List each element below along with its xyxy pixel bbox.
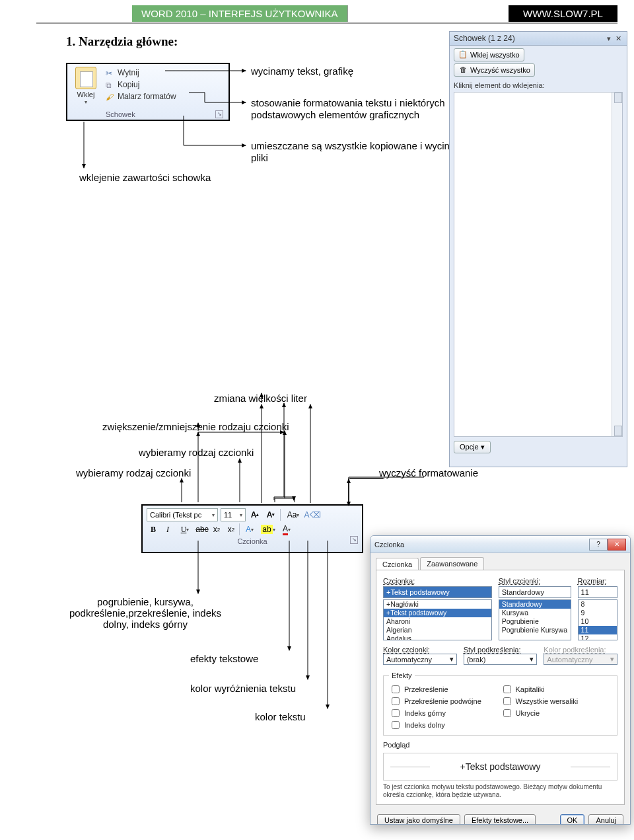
callout-format-painter-1: stosowanie formatowania tekstu i niektór… bbox=[251, 97, 444, 108]
font-name-combo[interactable]: Calibri (Tekst pc▾ bbox=[147, 508, 218, 521]
font-dialog-title: Czcionka bbox=[374, 541, 404, 549]
bold-button[interactable]: B bbox=[147, 523, 160, 536]
font-input[interactable]: +Tekst podstawowy bbox=[383, 586, 492, 598]
style-input[interactable]: Standardowy bbox=[499, 586, 571, 598]
list-item[interactable]: Standardowy bbox=[499, 600, 571, 609]
shrink-font-button[interactable]: A▾ bbox=[264, 508, 277, 521]
paste-dropdown-icon[interactable]: ▾ bbox=[70, 99, 102, 105]
font-color-dropdown[interactable]: Automatyczny▾ bbox=[383, 654, 457, 665]
preview-box: +Tekst podstawowy bbox=[383, 753, 617, 781]
clipboard-pane-title: Schowek (1 z 24) bbox=[454, 34, 515, 43]
list-item[interactable]: 8 bbox=[579, 600, 617, 609]
header-title: WORD 2010 – INTERFEJS UŻYTKOWNIKA bbox=[132, 5, 348, 22]
callout-clear-format: wyczyść formatowanie bbox=[379, 467, 478, 478]
cut-button[interactable]: ✂ Wytnij bbox=[106, 67, 229, 79]
style-listbox[interactable]: Standardowy Kursywa Pogrubienie Pogrubie… bbox=[499, 599, 571, 640]
change-case-button[interactable]: Aa▾ bbox=[283, 508, 303, 521]
font-size-combo[interactable]: 11▾ bbox=[221, 508, 246, 521]
preview-label: Podgląd bbox=[383, 741, 617, 749]
font-name-value: Calibri (Tekst pc bbox=[150, 511, 201, 519]
clear-all-label: Wyczyść wszystko bbox=[470, 66, 530, 74]
paste-all-icon: 📋 bbox=[458, 50, 468, 59]
underline-button[interactable]: U▾ bbox=[176, 523, 194, 536]
dialog-help-button[interactable]: ? bbox=[589, 539, 608, 551]
list-item[interactable]: Kursywa bbox=[499, 609, 571, 617]
scissors-icon: ✂ bbox=[106, 68, 115, 77]
list-item[interactable]: Aharoni bbox=[384, 617, 491, 626]
grow-font-button[interactable]: A▴ bbox=[248, 508, 262, 521]
font-color-button[interactable]: A▾ bbox=[278, 523, 295, 536]
checkbox-double-strike[interactable]: Przekreślenie podwójne bbox=[389, 695, 501, 707]
text-effects-button[interactable]: A▾ bbox=[241, 523, 258, 536]
change-case-label: Aa bbox=[287, 510, 297, 519]
size-input[interactable]: 11 bbox=[578, 586, 617, 598]
label-underline-color: Kolor podkreślenia: bbox=[544, 646, 606, 654]
text-effects-button[interactable]: Efekty tekstowe... bbox=[464, 814, 536, 825]
underline-style-value: (brak) bbox=[467, 656, 486, 664]
ok-button[interactable]: OK bbox=[560, 814, 585, 825]
checkbox-strike[interactable]: Przekreślenie bbox=[389, 683, 501, 695]
font-group-label: Czcionka bbox=[237, 537, 267, 545]
checkbox-allcaps[interactable]: Wszystkie wersaliki bbox=[501, 695, 612, 707]
callout-highlight: kolor wyróżnienia tekstu bbox=[190, 683, 296, 694]
clear-all-button[interactable]: 🗑 Wyczyść wszystko bbox=[454, 63, 535, 77]
copy-button[interactable]: ⧉ Kopiuj bbox=[106, 79, 229, 91]
size-listbox[interactable]: 8 9 10 11 12 bbox=[578, 599, 617, 640]
format-painter-label: Malarz formatów bbox=[118, 91, 176, 102]
superscript-button[interactable]: x2 bbox=[225, 523, 238, 536]
list-item[interactable]: 9 bbox=[579, 609, 617, 617]
tab-font[interactable]: Czcionka bbox=[376, 558, 419, 570]
list-item[interactable]: Pogrubienie bbox=[499, 617, 571, 626]
font-size-value: 11 bbox=[224, 511, 232, 519]
list-item[interactable]: 10 bbox=[579, 617, 617, 626]
callout-font-name: wybieramy rodzaj czcionki bbox=[76, 467, 191, 478]
paste-all-label: Wklej wszystko bbox=[470, 51, 520, 59]
callout-font-size: wybieramy rodzaj czcionki bbox=[139, 447, 254, 458]
preview-text: +Tekst podstawowy bbox=[460, 761, 541, 772]
checkbox-smallcaps[interactable]: Kapitaliki bbox=[501, 683, 612, 695]
set-default-button[interactable]: Ustaw jako domyślne bbox=[377, 814, 460, 825]
dialog-close-button[interactable]: ✕ bbox=[608, 539, 626, 551]
tab-advanced[interactable]: Zaawansowane bbox=[420, 557, 484, 570]
checkbox-superscript[interactable]: Indeks górny bbox=[389, 707, 501, 719]
label-font-color: Kolor czcionki: bbox=[383, 646, 430, 654]
clipboard-pane: Schowek (1 z 24) ▾ ✕ 📋 Wklej wszystko 🗑 … bbox=[449, 31, 627, 467]
font-listbox[interactable]: +Nagłówki +Tekst podstawowy Aharoni Alge… bbox=[383, 599, 492, 640]
callout-grow-shrink: zwiększenie/zmniejszenie rodzaju czcionk… bbox=[102, 421, 289, 432]
font-launcher-icon[interactable]: ↘ bbox=[350, 536, 358, 544]
clipboard-options-label: Opcje bbox=[460, 443, 479, 451]
chevron-down-icon: ▾ bbox=[212, 512, 215, 518]
list-item[interactable]: Pogrubienie Kursywa bbox=[499, 626, 571, 634]
italic-button[interactable]: I bbox=[161, 523, 174, 536]
underline-color-dropdown: Automatyczny▾ bbox=[544, 654, 617, 665]
clipboard-pane-controls[interactable]: ▾ ✕ bbox=[607, 34, 623, 43]
paste-button[interactable]: Wklej ▾ bbox=[70, 67, 102, 105]
paste-all-button[interactable]: 📋 Wklej wszystko bbox=[454, 48, 524, 61]
list-item[interactable]: Andalus bbox=[384, 634, 491, 640]
format-painter-button[interactable]: 🖌 Malarz formatów bbox=[106, 91, 229, 102]
list-item[interactable]: +Nagłówki bbox=[384, 600, 491, 609]
clipboard-items-area bbox=[454, 92, 623, 437]
checkbox-subscript[interactable]: Indeks dolny bbox=[389, 719, 501, 731]
list-item[interactable]: Algerian bbox=[384, 626, 491, 634]
copy-icon: ⧉ bbox=[106, 80, 115, 89]
clipboard-ribbon-group: Wklej ▾ ✂ Wytnij ⧉ Kopiuj 🖌 Malarz forma… bbox=[66, 63, 230, 121]
clear-formatting-button[interactable]: A⌫ bbox=[306, 508, 319, 521]
cancel-button[interactable]: Anuluj bbox=[588, 814, 623, 825]
clipboard-pane-hint: Kliknij element do wklejenia: bbox=[450, 81, 627, 92]
list-item[interactable]: 11 bbox=[579, 626, 617, 634]
brush-icon: 🖌 bbox=[106, 92, 115, 101]
list-item[interactable]: +Tekst podstawowy bbox=[384, 609, 491, 617]
highlight-button[interactable]: ab▾ bbox=[260, 523, 277, 536]
clipboard-scrollbar[interactable] bbox=[612, 93, 622, 436]
header-url: WWW.SLOW7.PL bbox=[509, 5, 617, 22]
callout-cut: wycinamy tekst, grafikę bbox=[251, 65, 353, 77]
clipboard-options-button[interactable]: Opcje ▾ bbox=[454, 441, 491, 453]
subscript-button[interactable]: x2 bbox=[210, 523, 223, 536]
list-item[interactable]: 12 bbox=[579, 634, 617, 640]
checkbox-hidden[interactable]: Ukrycie bbox=[501, 707, 612, 719]
clipboard-launcher-icon[interactable]: ↘ bbox=[215, 110, 223, 118]
separator bbox=[239, 523, 240, 535]
strikethrough-button[interactable]: abc bbox=[195, 523, 209, 536]
underline-style-dropdown[interactable]: (brak)▾ bbox=[464, 654, 538, 665]
